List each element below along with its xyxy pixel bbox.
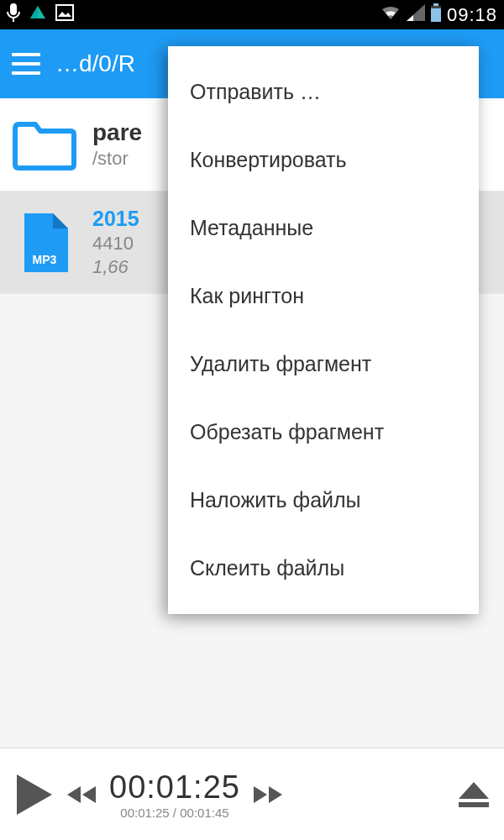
svg-rect-3 [431,8,441,22]
svg-rect-0 [56,5,73,20]
folder-title: pare [92,119,142,146]
folder-icon [12,113,77,176]
svg-text:MP3: MP3 [33,253,57,266]
forward-button[interactable] [252,785,282,805]
wifi-icon [380,4,402,26]
player-bar: 00:01:25 00:01:25 / 00:01:45 [0,748,504,840]
menu-item-merge-files[interactable]: Склеить файлы [168,534,479,602]
menu-item-metadata[interactable]: Метаданные [168,194,479,262]
signal-icon [407,4,425,26]
mp3-file-icon: MP3 [12,212,77,274]
status-bar: 09:18 [0,0,504,29]
menu-item-ringtone[interactable]: Как рингтон [168,262,479,330]
play-button[interactable] [12,773,55,816]
menu-item-send[interactable]: Отправить … [168,58,479,126]
player-time-sub: 00:01:25 / 00:01:45 [120,806,228,820]
file-size: 1,66 [92,256,139,278]
triangle-icon [29,3,47,26]
player-time-main: 00:01:25 [109,769,240,806]
file-subtitle: 4410 [92,233,139,255]
folder-subtitle: /stor [92,148,142,170]
rewind-button[interactable] [67,785,97,805]
mic-icon [7,3,20,26]
status-time: 09:18 [447,4,497,26]
file-title: 2015 [92,207,139,231]
eject-button[interactable] [455,780,492,809]
menu-item-delete-fragment[interactable]: Удалить фрагмент [168,330,479,398]
path-breadcrumb[interactable]: …d/0/R [55,50,135,77]
svg-rect-5 [459,802,489,807]
image-icon [55,4,74,25]
menu-icon[interactable] [12,53,40,75]
battery-icon [430,3,442,27]
context-menu: Отправить … Конвертировать Метаданные Ка… [168,46,479,614]
svg-rect-1 [433,3,438,6]
menu-item-convert[interactable]: Конвертировать [168,126,479,194]
menu-item-trim-fragment[interactable]: Обрезать фрагмент [168,398,479,466]
menu-item-overlay-files[interactable]: Наложить файлы [168,466,479,534]
